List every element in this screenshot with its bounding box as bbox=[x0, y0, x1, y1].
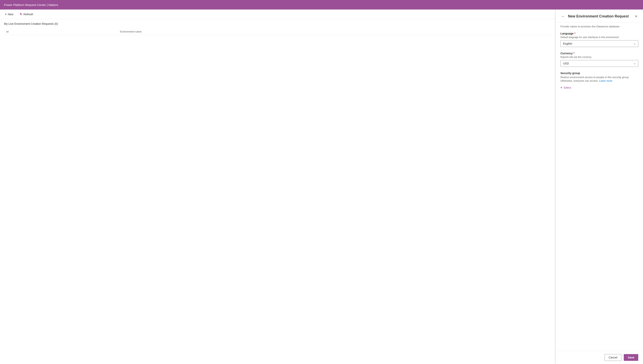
currency-description: Reports will use this currency bbox=[560, 56, 638, 58]
toolbar: + New ↻ Refresh bbox=[0, 10, 555, 19]
side-panel-subtitle: Provide values to provision the Datavers… bbox=[556, 22, 643, 28]
back-arrow-icon: ← bbox=[561, 14, 565, 18]
side-panel-header: ← New Environment Creation Request ✕ bbox=[556, 10, 643, 22]
language-group: Language * Default language for user int… bbox=[560, 32, 638, 47]
side-panel-body: Language * Default language for user int… bbox=[556, 28, 643, 351]
language-select[interactable]: English French German Spanish Japanese C… bbox=[560, 40, 638, 47]
language-required: * bbox=[574, 32, 575, 35]
security-group-group: Security group Restrict environment acce… bbox=[560, 72, 638, 90]
new-label: New bbox=[8, 13, 13, 16]
side-panel: ← New Environment Creation Request ✕ Pro… bbox=[556, 10, 643, 364]
main-area: + New ↻ Refresh My Live Environment Crea… bbox=[0, 10, 643, 364]
currency-label: Currency * bbox=[560, 52, 638, 55]
header-bar: Power Platform Request Center | Makers bbox=[0, 0, 643, 10]
new-button[interactable]: + New bbox=[3, 12, 15, 17]
currency-select[interactable]: USD EUR GBP JPY CAD AUD bbox=[560, 60, 638, 67]
list-section: My Live Environment Creation Requests (0… bbox=[0, 19, 555, 364]
currency-select-wrapper: USD EUR GBP JPY CAD AUD bbox=[560, 60, 638, 67]
select-plus-icon: + bbox=[560, 86, 562, 90]
table-header-row: Id Environment name bbox=[4, 28, 551, 35]
close-button[interactable]: ✕ bbox=[634, 14, 638, 19]
save-button[interactable]: Save bbox=[624, 354, 638, 361]
side-panel-title: New Environment Creation Request bbox=[568, 14, 632, 18]
cancel-button[interactable]: Cancel bbox=[604, 354, 621, 361]
currency-group: Currency * Reports will use this currenc… bbox=[560, 52, 638, 67]
side-panel-footer: Cancel Save bbox=[556, 351, 643, 364]
select-label: Select bbox=[563, 86, 571, 89]
security-group-label: Security group bbox=[560, 72, 638, 75]
refresh-button[interactable]: ↻ Refresh bbox=[18, 12, 35, 17]
refresh-label: Refresh bbox=[24, 13, 33, 16]
security-group-description: Restrict environment access to people in… bbox=[560, 76, 638, 83]
close-icon: ✕ bbox=[635, 14, 637, 18]
language-label: Language * bbox=[560, 32, 638, 35]
refresh-icon: ↻ bbox=[20, 12, 22, 16]
plus-icon: + bbox=[5, 12, 7, 16]
learn-more-link[interactable]: Learn more bbox=[599, 79, 612, 82]
language-select-wrapper: English French German Spanish Japanese C… bbox=[560, 40, 638, 47]
currency-required: * bbox=[573, 52, 574, 55]
left-panel: + New ↻ Refresh My Live Environment Crea… bbox=[0, 10, 556, 364]
col-env-name: Environment name bbox=[118, 28, 551, 35]
list-title: My Live Environment Creation Requests (0… bbox=[4, 22, 551, 26]
app-title: Power Platform Request Center | Makers bbox=[4, 3, 58, 6]
col-id: Id bbox=[4, 28, 118, 35]
language-description: Default language for user interfaces in … bbox=[560, 36, 638, 39]
select-security-group-button[interactable]: + Select bbox=[560, 85, 571, 90]
security-group-desc-text: Restrict environment access to people in… bbox=[560, 76, 629, 82]
data-table: Id Environment name bbox=[4, 28, 551, 35]
back-button[interactable]: ← bbox=[560, 14, 566, 19]
